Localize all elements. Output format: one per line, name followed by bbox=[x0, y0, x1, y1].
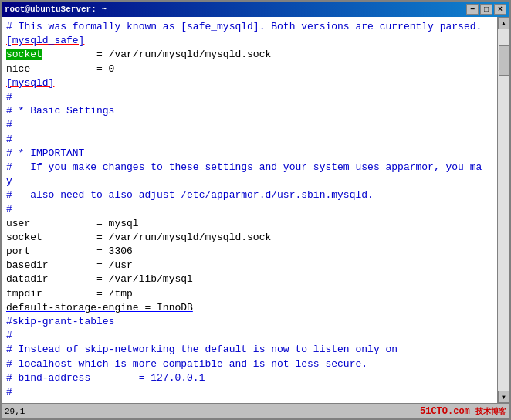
text-line: # bbox=[6, 329, 492, 343]
text-line: # * Basic Settings bbox=[6, 104, 492, 118]
cursor-position: 29,1 bbox=[5, 407, 25, 416]
text-line: # This was formally known as [safe_mysql… bbox=[6, 20, 492, 34]
close-button[interactable]: × bbox=[494, 4, 506, 15]
text-line: # bbox=[6, 133, 492, 147]
title-bar: root@ubuntuServer: ~ − □ × bbox=[2, 2, 509, 17]
scroll-down-arrow[interactable]: ▼ bbox=[498, 391, 510, 403]
text-line: socket = /var/run/mysqld/mysqld.sock bbox=[6, 231, 492, 245]
scroll-track[interactable] bbox=[498, 29, 510, 391]
text-line: # bbox=[6, 118, 492, 132]
text-line: # bbox=[6, 385, 492, 399]
content-wrapper: # This was formally known as [safe_mysql… bbox=[2, 17, 509, 403]
text-line: # bbox=[6, 202, 492, 216]
text-line: [mysqld_safe] bbox=[6, 34, 492, 48]
scrollbar[interactable]: ▲ ▼ bbox=[497, 17, 509, 403]
maximize-button[interactable]: □ bbox=[480, 4, 492, 15]
window-controls: − □ × bbox=[466, 4, 506, 15]
text-line: # bind-address = 127.0.0.1 bbox=[6, 371, 492, 385]
text-line: socket = /var/run/mysqld/mysqld.sock bbox=[6, 48, 492, 62]
text-line: [mysqld] bbox=[6, 76, 492, 90]
text-line: port = 3306 bbox=[6, 245, 492, 259]
text-line: # bbox=[6, 90, 492, 104]
text-content: # This was formally known as [safe_mysql… bbox=[2, 17, 497, 403]
text-line: user = mysql bbox=[6, 217, 492, 231]
main-window: root@ubuntuServer: ~ − □ × # This was fo… bbox=[0, 0, 511, 420]
scroll-thumb[interactable] bbox=[499, 45, 509, 76]
text-line: y bbox=[6, 174, 492, 188]
status-bar: 29,1 51CTO.com 技术博客 bbox=[2, 403, 509, 418]
text-line: # Instead of skip-networking the default… bbox=[6, 343, 492, 357]
text-line: tmpdir = /tmp bbox=[6, 287, 492, 301]
text-line: # * IMPORTANT bbox=[6, 147, 492, 161]
text-line: # also need to also adjust /etc/apparmor… bbox=[6, 188, 492, 202]
text-line: nice = 0 bbox=[6, 63, 492, 76]
minimize-button[interactable]: − bbox=[466, 4, 479, 15]
scroll-up-arrow[interactable]: ▲ bbox=[498, 17, 510, 29]
text-line: # localhost which is more compatible and… bbox=[6, 357, 492, 371]
watermark: 51CTO.com 技术博客 bbox=[420, 406, 506, 417]
text-line: default-storage-engine = InnoDB bbox=[6, 301, 492, 315]
text-line: basedir = /usr bbox=[6, 259, 492, 273]
text-line: #skip-grant-tables bbox=[6, 315, 492, 329]
text-line: # If you make changes to these settings … bbox=[6, 161, 492, 174]
text-line: datadir = /var/lib/mysql bbox=[6, 273, 492, 286]
window-title: root@ubuntuServer: ~ bbox=[5, 5, 107, 14]
